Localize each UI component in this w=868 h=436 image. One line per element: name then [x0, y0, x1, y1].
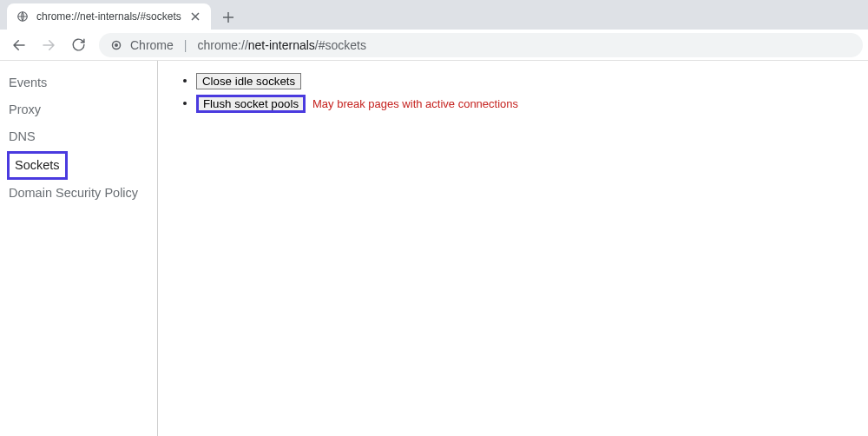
- warning-text: May break pages with active connections: [312, 97, 518, 110]
- toolbar: Chrome | chrome://net-internals/#sockets: [0, 30, 868, 61]
- sidebar-item-dns[interactable]: DNS: [7, 123, 37, 150]
- flush-socket-pools-button[interactable]: Flush socket pools: [196, 95, 306, 113]
- list-item: Close idle sockets: [196, 73, 851, 89]
- sidebar-item-proxy[interactable]: Proxy: [7, 96, 43, 123]
- svg-point-3: [115, 43, 118, 46]
- page-content: Events Proxy DNS Sockets Domain Security…: [0, 61, 868, 436]
- list-item: Flush socket pools May break pages with …: [196, 95, 851, 113]
- omnibox-url-prefix: chrome://: [197, 38, 247, 52]
- close-idle-sockets-button[interactable]: Close idle sockets: [196, 73, 301, 89]
- tab-strip: chrome://net-internals/#sockets: [0, 0, 868, 30]
- new-tab-button[interactable]: [216, 5, 240, 30]
- tab-title: chrome://net-internals/#sockets: [36, 10, 181, 23]
- omnibox-url-host: net-internals: [248, 38, 315, 52]
- reload-button[interactable]: [64, 31, 92, 59]
- address-bar[interactable]: Chrome | chrome://net-internals/#sockets: [99, 33, 863, 57]
- close-tab-icon[interactable]: [188, 10, 202, 23]
- sidebar-item-sockets[interactable]: Sockets: [7, 151, 68, 180]
- forward-button[interactable]: [35, 31, 62, 59]
- site-info-icon[interactable]: [109, 38, 123, 52]
- globe-icon: [16, 10, 30, 23]
- main-panel: Close idle sockets Flush socket pools Ma…: [158, 61, 868, 436]
- omnibox-url-suffix: /#sockets: [315, 38, 366, 52]
- sidebar: Events Proxy DNS Sockets Domain Security…: [0, 61, 158, 436]
- sidebar-item-events[interactable]: Events: [7, 69, 49, 96]
- omnibox-separator: |: [184, 38, 187, 52]
- browser-tab[interactable]: chrome://net-internals/#sockets: [7, 3, 211, 30]
- sidebar-item-domain-security[interactable]: Domain Security Policy: [7, 180, 140, 207]
- omnibox-host: Chrome: [130, 38, 174, 52]
- back-button[interactable]: [5, 31, 33, 59]
